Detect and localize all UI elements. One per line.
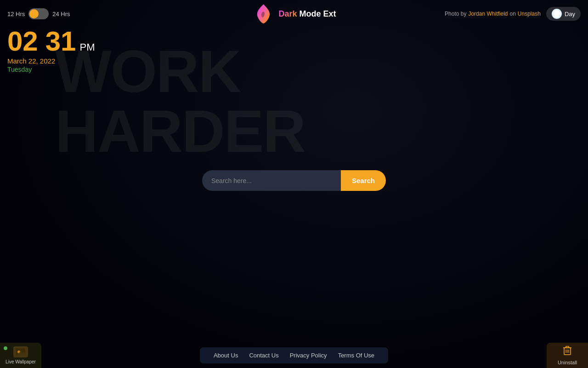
search-button[interactable]: Search (341, 170, 386, 191)
uninstall-button[interactable]: Uninstall (547, 343, 588, 368)
live-wallpaper-label: Live Wallpaper (6, 359, 36, 364)
trash-icon (563, 345, 572, 358)
clock-section: 02 31 PM March 22, 2022 Tuesday (7, 28, 95, 73)
header: 12 Hrs 24 Hrs Dark Mode Ext Photo by (0, 0, 588, 28)
toggle-knob (29, 9, 39, 18)
search-container: Search (202, 170, 386, 191)
photo-credit: Photo by Jordan Whitfield on Unsplash (445, 11, 541, 17)
footer-link-contact[interactable]: Contact Us (249, 352, 278, 359)
live-wallpaper-button[interactable]: Live Wallpaper (0, 343, 41, 368)
clock-day: Tuesday (7, 66, 95, 73)
footer-link-about[interactable]: About Us (214, 352, 238, 359)
photo-credit-link-site[interactable]: Unsplash (518, 11, 541, 17)
footer-link-terms[interactable]: Terms Of Use (338, 352, 374, 359)
footer-link-privacy[interactable]: Privacy Policy (290, 352, 327, 359)
clock-ampm: PM (80, 42, 95, 52)
logo-icon (252, 2, 275, 25)
footer: About Us Contact Us Privacy Policy Terms… (0, 343, 588, 368)
sun-icon (552, 9, 562, 19)
photo-credit-link-name[interactable]: Jordan Whitfield (468, 11, 508, 17)
header-right: Photo by Jordan Whitfield on Unsplash Da… (445, 7, 581, 21)
clock-minutes: 31 (45, 28, 76, 55)
search-input[interactable] (202, 170, 341, 191)
clock-date: March 22, 2022 (7, 57, 95, 65)
day-toggle-label: Day (565, 11, 575, 17)
toggle-switch[interactable] (28, 8, 49, 19)
footer-links: About Us Contact Us Privacy Policy Terms… (200, 347, 388, 363)
live-wallpaper-icon (13, 346, 28, 357)
live-dot (4, 346, 7, 350)
uninstall-label: Uninstall (558, 360, 577, 365)
label-24hr: 24 Hrs (52, 11, 70, 17)
label-12hr: 12 Hrs (7, 11, 25, 17)
clock-time: 02 31 PM (7, 28, 95, 55)
time-format-toggle[interactable]: 12 Hrs 24 Hrs (7, 8, 70, 19)
clock-hours: 02 (7, 28, 38, 55)
logo-text: Dark Mode Ext (278, 9, 336, 19)
day-night-toggle[interactable]: Day (546, 7, 581, 21)
logo: Dark Mode Ext (252, 2, 336, 25)
